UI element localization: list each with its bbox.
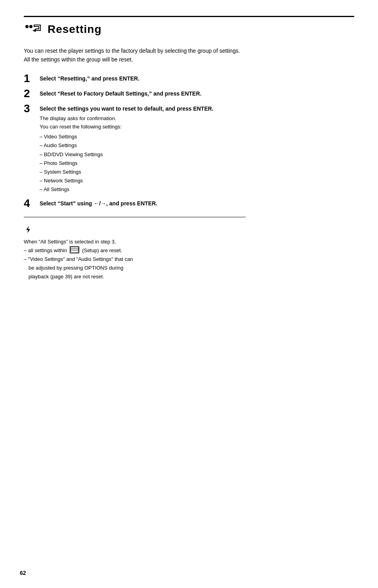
note-icon: [24, 225, 354, 236]
step-2-content: Select “Reset to Factory Default Setting…: [40, 88, 201, 98]
step-1-title: Select “Resetting,” and press ENTER.: [40, 75, 139, 82]
page-container: Resetting You can reset the player setti…: [0, 0, 378, 305]
step-4-number: 4: [24, 198, 36, 209]
svg-marker-2: [32, 29, 36, 32]
note-section: When “All Settings” is selected in step …: [24, 225, 354, 281]
step-4-content: Select “Start” using ←/→, and press ENTE…: [40, 198, 157, 208]
setting-system: System Settings: [40, 168, 214, 176]
step-2-title: Select “Reset to Factory Default Setting…: [40, 90, 201, 97]
note-text: When “All Settings” is selected in step …: [24, 237, 238, 281]
setting-audio: Audio Settings: [40, 141, 214, 150]
page-title: Resetting: [48, 23, 102, 36]
resetting-icon: [24, 22, 43, 37]
svg-point-0: [25, 25, 29, 28]
section-divider: [24, 217, 246, 217]
step-3-content: Select the settings you want to reset to…: [40, 103, 214, 194]
intro-paragraph: You can reset the player settings to the…: [24, 46, 246, 64]
step-1: 1 Select “Resetting,” and press ENTER.: [24, 73, 354, 84]
svg-point-1: [29, 25, 32, 28]
setting-network: Network Settings: [40, 176, 214, 185]
step-3-subtext: The display asks for confirmation. You c…: [40, 115, 214, 131]
step-2: 2 Select “Reset to Factory Default Setti…: [24, 88, 354, 99]
step-3-subline-2: You can reset the following settings:: [40, 123, 214, 131]
header-section: Resetting: [24, 16, 354, 37]
step-3-title: Select the settings you want to reset to…: [40, 105, 214, 112]
step-4: 4 Select “Start” using ←/→, and press EN…: [24, 198, 354, 209]
setting-all: All Settings: [40, 185, 214, 194]
steps-container: 1 Select “Resetting,” and press ENTER. 2…: [24, 73, 354, 209]
setting-video: Video Settings: [40, 132, 214, 141]
settings-list: Video Settings Audio Settings BD/DVD Vie…: [40, 132, 214, 194]
step-2-number: 2: [24, 88, 36, 99]
setting-bddvd: BD/DVD Viewing Settings: [40, 150, 214, 159]
page-number: 62: [20, 570, 26, 576]
note-line-3: – "Video Settings" and "Audio Settings" …: [24, 255, 238, 281]
step-1-number: 1: [24, 73, 36, 84]
step-4-title: Select “Start” using ←/→, and press ENTE…: [40, 200, 157, 207]
setup-icon: [70, 246, 79, 253]
step-3-number: 3: [24, 103, 36, 114]
step-3-subline-1: The display asks for confirmation.: [40, 115, 214, 123]
note-line-1: When “All Settings” is selected in step …: [24, 237, 238, 246]
svg-rect-4: [71, 247, 78, 253]
setting-photo: Photo Settings: [40, 159, 214, 168]
step-1-content: Select “Resetting,” and press ENTER.: [40, 73, 139, 83]
svg-marker-3: [26, 226, 30, 233]
note-line-2: – all settings within (Setup) are reset.: [24, 246, 238, 255]
step-3: 3 Select the settings you want to reset …: [24, 103, 354, 194]
